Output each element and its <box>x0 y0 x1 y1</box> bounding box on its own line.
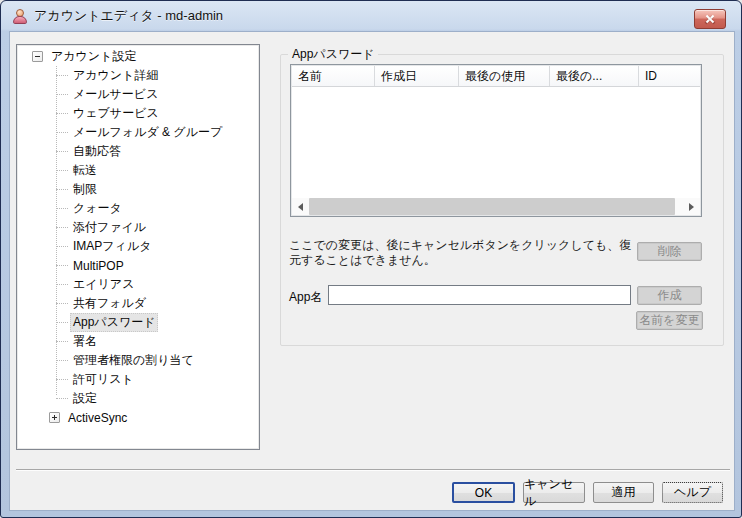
tree-item[interactable]: 署名 <box>17 332 259 351</box>
column-header[interactable]: 最後の使用 <box>459 66 550 86</box>
tree-item-label: アカウント設定 <box>48 47 139 66</box>
cancel-button[interactable]: キャンセル <box>523 482 585 503</box>
tree-item-label: 管理者権限の割り当て <box>70 351 197 370</box>
tree-item-label: 共有フォルダ <box>70 294 149 313</box>
close-button[interactable] <box>694 9 726 29</box>
dialog-client-area: アカウント設定アカウント詳細メールサービスウェブサービスメールフォルダ & グル… <box>9 31 735 511</box>
help-button[interactable]: ヘルプ <box>662 482 723 503</box>
tree-item[interactable]: IMAPフィルタ <box>17 237 259 256</box>
tree-connector <box>56 265 68 266</box>
tree-item[interactable]: 添付ファイル <box>17 218 259 237</box>
tree-item[interactable]: エイリアス <box>17 275 259 294</box>
tree-item-label: 設定 <box>70 389 100 408</box>
tree-connector <box>56 360 68 361</box>
tree-connector <box>56 398 68 399</box>
tree-connector <box>56 189 68 190</box>
tree-item-label: ActiveSync <box>65 410 130 426</box>
tree-item-label: Appパスワード <box>70 313 158 332</box>
scrollbar-track[interactable] <box>675 198 683 215</box>
tree-connector <box>56 303 68 304</box>
ok-button[interactable]: OK <box>452 482 515 503</box>
tree-item-label: 許可リスト <box>70 370 137 389</box>
tree-item[interactable]: 制限 <box>17 180 259 199</box>
account-editor-dialog: アカウントエディタ - md-admin アカウント設定アカウント詳細メールサー… <box>0 0 742 518</box>
horizontal-scrollbar[interactable] <box>292 198 700 215</box>
groupbox-title: Appパスワード <box>288 47 378 61</box>
column-header[interactable]: 名前 <box>292 66 375 86</box>
scroll-right-icon <box>689 203 694 211</box>
tree-connector <box>56 208 68 209</box>
delete-button[interactable]: 削除 <box>637 242 702 261</box>
titlebar[interactable]: アカウントエディタ - md-admin <box>1 1 741 31</box>
rename-button[interactable]: 名前を変更 <box>636 311 703 330</box>
tree-item-label: クォータ <box>70 199 125 218</box>
apply-button[interactable]: 適用 <box>593 482 654 503</box>
column-header[interactable]: 作成日 <box>375 66 459 86</box>
tree-item-label: 制限 <box>70 180 100 199</box>
tree-item[interactable]: 転送 <box>17 161 259 180</box>
tree-item[interactable]: 許可リスト <box>17 370 259 389</box>
close-icon <box>705 14 715 24</box>
tree-item[interactable]: メールサービス <box>17 85 259 104</box>
tree-item-label: 自動応答 <box>70 142 124 161</box>
tree-connector <box>56 151 68 152</box>
list-body[interactable] <box>292 87 700 198</box>
create-button[interactable]: 作成 <box>637 286 702 305</box>
tree-connector <box>56 113 68 114</box>
tree-item[interactable]: メールフォルダ & グループ <box>17 123 259 142</box>
tree-connector <box>56 170 68 171</box>
expand-icon[interactable] <box>49 412 60 423</box>
column-header[interactable]: 最後の... <box>550 66 639 86</box>
list-header: 名前作成日最後の使用最後の...ID <box>292 66 700 87</box>
tree-item-label: エイリアス <box>70 275 137 294</box>
tree-item-label: アカウント詳細 <box>70 66 161 85</box>
tree-item-label: 署名 <box>70 332 100 351</box>
app-name-label: App名 <box>289 289 322 306</box>
tree-connector <box>56 246 68 247</box>
tree-item-label: メールサービス <box>70 85 161 104</box>
warning-line-2: 元することはできません。 <box>289 253 641 268</box>
tree-connector <box>56 341 68 342</box>
warning-text: ここでの変更は、後にキャンセルボタンをクリックしても、復 元することはできません… <box>289 238 641 268</box>
tree-item-label: 添付ファイル <box>70 218 149 237</box>
window-title: アカウントエディタ - md-admin <box>34 7 223 25</box>
tree-item-label: メールフォルダ & グループ <box>70 123 225 142</box>
tree-item-label: 転送 <box>70 161 100 180</box>
tree-item[interactable]: 管理者権限の割り当て <box>17 351 259 370</box>
warning-line-1: ここでの変更は、後にキャンセルボタンをクリックしても、復 <box>289 238 641 253</box>
tree-item[interactable]: クォータ <box>17 199 259 218</box>
tree-item[interactable]: ウェブサービス <box>17 104 259 123</box>
tree-connector <box>56 322 68 323</box>
tree-connector <box>56 227 68 228</box>
tree-connector <box>56 284 68 285</box>
scroll-right-button[interactable] <box>683 198 700 215</box>
tree-item[interactable]: 設定 <box>17 389 259 408</box>
tree-item-label: ウェブサービス <box>70 104 162 123</box>
tree-item[interactable]: MultiPOP <box>17 256 259 275</box>
tree-item[interactable]: Appパスワード <box>17 313 259 332</box>
tree-item-label: IMAPフィルタ <box>70 237 154 256</box>
scroll-left-button[interactable] <box>292 198 309 215</box>
scrollbar-thumb[interactable] <box>309 198 675 215</box>
collapse-icon[interactable] <box>32 51 43 62</box>
footer-separator <box>16 469 730 471</box>
app-name-input[interactable] <box>328 285 631 305</box>
tree-item[interactable]: 共有フォルダ <box>17 294 259 313</box>
tree-item[interactable]: アカウント詳細 <box>17 66 259 85</box>
tree-item[interactable]: アカウント設定 <box>17 47 259 66</box>
tree-connector <box>56 75 68 76</box>
tree-item-label: MultiPOP <box>70 258 127 274</box>
account-person-icon <box>12 8 28 24</box>
column-header[interactable]: ID <box>639 66 702 86</box>
tree-item[interactable]: ActiveSync <box>17 408 259 427</box>
app-passwords-list[interactable]: 名前作成日最後の使用最後の...ID <box>290 64 702 217</box>
tree-connector <box>56 94 68 95</box>
tree-connector <box>56 379 68 380</box>
tree-connector <box>56 132 68 133</box>
tree-item[interactable]: 自動応答 <box>17 142 259 161</box>
account-tree[interactable]: アカウント設定アカウント詳細メールサービスウェブサービスメールフォルダ & グル… <box>16 44 260 450</box>
scroll-left-icon <box>298 203 303 211</box>
